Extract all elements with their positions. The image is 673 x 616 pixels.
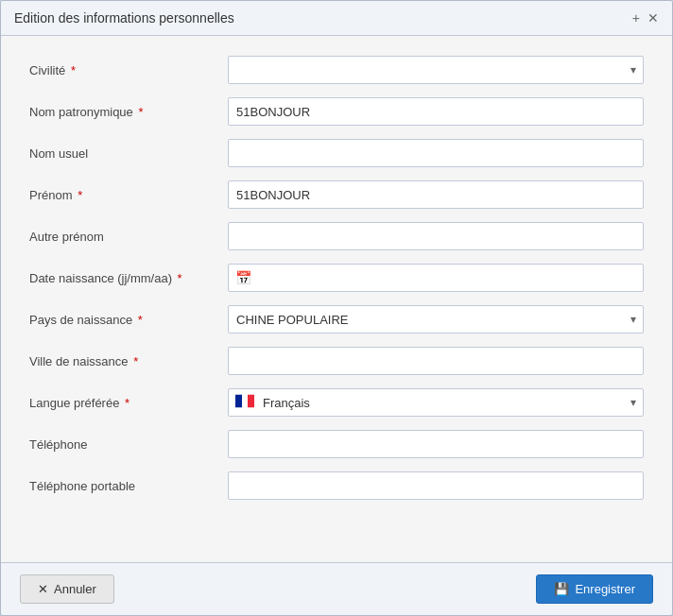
civilite-select[interactable]: M. Mme Mlle	[228, 56, 644, 84]
cancel-button[interactable]: ✕ Annuler	[20, 574, 114, 604]
date-naissance-label: Date naissance (jj/mm/aa) *	[29, 271, 228, 285]
save-label: Enregistrer	[575, 582, 635, 596]
nom-patronymique-input[interactable]	[228, 97, 644, 126]
pays-naissance-label: Pays de naissance *	[29, 313, 228, 327]
nom-usuel-label: Nom usuel	[29, 146, 228, 161]
pays-naissance-row: Pays de naissance * CHINE POPULAIRE FRAN…	[29, 304, 644, 334]
prenom-required: *	[75, 188, 83, 202]
cancel-icon: ✕	[38, 582, 48, 596]
prenom-row: Prénom *	[29, 180, 644, 210]
langue-preferee-label: Langue préférée *	[29, 396, 228, 410]
civilite-select-wrapper: M. Mme Mlle ▾	[228, 56, 644, 84]
dialog-title: Edition des informations personnelles	[14, 10, 234, 26]
dialog-header-icons: + ✕	[632, 10, 659, 26]
prenom-label: Prénom *	[29, 188, 228, 202]
date-naissance-row: Date naissance (jj/mm/aa) * 📅	[29, 263, 644, 293]
nom-usuel-input[interactable]	[228, 139, 644, 167]
dialog-footer: ✕ Annuler 💾 Enregistrer	[1, 562, 672, 615]
langue-preferee-select-wrapper: Français English Deutsch ▾	[228, 388, 644, 417]
pays-naissance-required: *	[134, 313, 143, 327]
civilite-row: Civilité * M. Mme Mlle ▾	[29, 55, 644, 85]
date-naissance-wrapper: 📅	[228, 264, 644, 292]
langue-preferee-row: Langue préférée * Français English Deuts…	[29, 387, 644, 418]
autre-prenom-label: Autre prénom	[29, 230, 228, 244]
plus-icon[interactable]: +	[632, 10, 640, 26]
date-naissance-required: *	[174, 271, 182, 285]
nom-patronymique-required: *	[135, 105, 144, 119]
telephone-portable-row: Téléphone portable	[29, 471, 644, 501]
close-icon[interactable]: ✕	[647, 10, 659, 26]
cancel-label: Annuler	[54, 582, 96, 596]
autre-prenom-input[interactable]	[228, 222, 644, 250]
telephone-row: Téléphone	[29, 429, 644, 459]
save-button[interactable]: 💾 Enregistrer	[536, 574, 653, 604]
dialog-body: Civilité * M. Mme Mlle ▾ Nom patronymiqu…	[1, 36, 672, 562]
ville-naissance-label: Ville de naissance *	[29, 354, 228, 368]
nom-patronymique-label: Nom patronymique *	[29, 105, 228, 119]
nom-patronymique-row: Nom patronymique *	[29, 96, 644, 127]
telephone-portable-label: Téléphone portable	[29, 479, 228, 493]
prenom-input[interactable]	[228, 180, 644, 209]
ville-naissance-input[interactable]	[228, 347, 644, 375]
telephone-label: Téléphone	[29, 437, 228, 452]
civilite-required: *	[67, 63, 76, 77]
ville-naissance-row: Ville de naissance *	[29, 346, 644, 376]
langue-preferee-select[interactable]: Français English Deutsch	[228, 388, 644, 417]
autre-prenom-row: Autre prénom	[29, 221, 644, 251]
pays-naissance-select[interactable]: CHINE POPULAIRE FRANCE ALLEMAGNE	[228, 305, 644, 334]
dialog-edition-informations: Edition des informations personnelles + …	[0, 0, 673, 616]
civilite-label: Civilité *	[29, 63, 228, 77]
date-naissance-input[interactable]	[228, 264, 644, 292]
telephone-input[interactable]	[228, 430, 644, 458]
dialog-header: Edition des informations personnelles + …	[1, 1, 672, 36]
pays-naissance-select-wrapper: CHINE POPULAIRE FRANCE ALLEMAGNE ▾	[228, 305, 644, 334]
telephone-portable-input[interactable]	[228, 471, 644, 500]
nom-usuel-row: Nom usuel	[29, 138, 644, 168]
ville-naissance-required: *	[130, 354, 139, 368]
save-icon: 💾	[554, 582, 569, 596]
langue-preferee-required: *	[121, 396, 129, 410]
